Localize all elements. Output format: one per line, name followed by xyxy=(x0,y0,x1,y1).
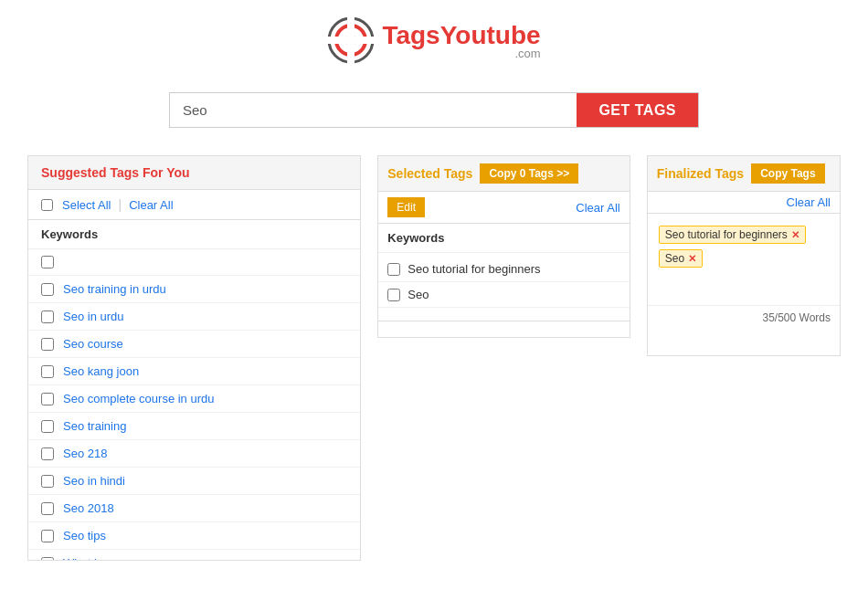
keyword-label[interactable]: Seo training xyxy=(63,419,126,433)
selected-label[interactable]: Seo xyxy=(408,288,429,301)
selected-divider xyxy=(378,321,629,321)
clear-all-suggested-button[interactable]: Clear All xyxy=(129,198,173,212)
keyword-checkbox[interactable] xyxy=(41,530,54,542)
list-item: Seo 2018 xyxy=(28,495,360,522)
selected-panel: Selected Tags Copy 0 Tags >> Edit Clear … xyxy=(377,155,630,338)
select-all-checkbox[interactable] xyxy=(41,199,53,211)
suggested-controls: Select All | Clear All xyxy=(28,190,360,220)
list-item: What is seo xyxy=(28,550,360,560)
keyword-checkbox[interactable] xyxy=(41,283,54,296)
selected-header: Selected Tags Copy 0 Tags >> xyxy=(378,156,629,192)
logo-brand: TagsYoutube xyxy=(382,21,540,49)
tag-chip: Seo ✕ xyxy=(659,249,703,268)
tag-chip-label: Seo xyxy=(665,252,684,265)
selected-checkbox[interactable] xyxy=(387,263,400,276)
list-item: Seo training xyxy=(28,413,360,440)
list-item: Seo in hindi xyxy=(28,468,360,495)
finalized-title: Finalized Tags xyxy=(657,166,744,181)
list-item: Seo in urdu xyxy=(28,303,360,331)
keyword-label[interactable]: Seo tips xyxy=(63,529,106,542)
suggested-panel: Suggested Tags For You Select All | Clea… xyxy=(27,155,361,561)
keyword-checkbox[interactable] xyxy=(41,447,54,460)
logo-wrap: TagsYoutube .com xyxy=(327,16,540,64)
remove-tag-icon[interactable]: ✕ xyxy=(791,229,799,241)
keyword-label[interactable]: Seo in urdu xyxy=(63,310,124,323)
keyword-label[interactable]: Seo course xyxy=(63,337,123,351)
keyword-checkbox[interactable] xyxy=(41,256,54,268)
remove-tag-icon[interactable]: ✕ xyxy=(688,253,696,265)
svg-rect-4 xyxy=(347,16,355,64)
selected-label[interactable]: Seo tutorial for beginners xyxy=(408,262,540,276)
search-section: GET TAGS xyxy=(0,76,868,155)
keyword-label[interactable]: Seo in hindi xyxy=(63,474,125,488)
keyword-checkbox[interactable] xyxy=(41,502,54,515)
keyword-label[interactable]: Seo 2018 xyxy=(63,501,114,515)
list-item: Seo tutorial for beginners xyxy=(378,257,629,282)
list-item: Seo xyxy=(378,282,629,308)
list-item: Seo tips xyxy=(28,522,360,550)
search-wrap: GET TAGS xyxy=(169,92,699,128)
keyword-label[interactable]: Seo complete course in urdu xyxy=(63,392,214,405)
keyword-checkbox[interactable] xyxy=(41,475,54,488)
header: TagsYoutube .com xyxy=(0,0,868,76)
edit-button[interactable]: Edit xyxy=(387,197,425,217)
logo-text: TagsYoutube xyxy=(382,21,540,50)
keyword-checkbox[interactable] xyxy=(41,420,54,433)
word-count: 35/500 Words xyxy=(648,305,840,330)
selected-checkbox[interactable] xyxy=(387,289,400,301)
keyword-label[interactable]: Seo training in urdu xyxy=(63,282,166,296)
list-item: Seo 218 xyxy=(28,440,360,468)
suggested-title: Suggested Tags For You xyxy=(41,165,190,180)
list-item: Seo complete course in urdu xyxy=(28,385,360,413)
keyword-checkbox[interactable] xyxy=(41,393,54,405)
get-tags-button[interactable]: GET TAGS xyxy=(577,93,698,127)
copy-tags-button[interactable]: Copy 0 Tags >> xyxy=(480,163,578,184)
finalized-panel: Finalized Tags Copy Tags Clear All Seo t… xyxy=(647,155,841,356)
tag-chip: Seo tutorial for beginners ✕ xyxy=(659,226,806,244)
list-item: Seo course xyxy=(28,331,360,358)
selected-keywords-header: Keywords xyxy=(378,224,629,253)
main-columns: Suggested Tags For You Select All | Clea… xyxy=(0,155,868,561)
logo-text-wrap: TagsYoutube .com xyxy=(382,21,540,60)
logo-icon xyxy=(327,16,375,64)
clear-all-finalized-button[interactable]: Clear All xyxy=(787,195,831,209)
finalized-controls: Clear All xyxy=(648,192,840,214)
finalized-body: Seo tutorial for beginners ✕ Seo ✕ xyxy=(648,214,840,305)
suggested-keywords-header: Keywords xyxy=(28,220,360,249)
list-item: Seo training in urdu xyxy=(28,276,360,303)
suggested-keywords-list: Seo training in urdu Seo in urdu Seo cou… xyxy=(28,249,360,560)
selected-subheader: Edit Clear All xyxy=(378,192,629,224)
keyword-checkbox[interactable] xyxy=(41,311,54,323)
suggested-header: Suggested Tags For You xyxy=(28,156,360,190)
selected-title: Selected Tags xyxy=(387,166,472,181)
selected-items-list: Seo tutorial for beginners Seo xyxy=(378,253,629,311)
keyword-label[interactable]: Seo kang joon xyxy=(63,364,139,378)
list-item: Seo kang joon xyxy=(28,358,360,385)
copy-finalized-button[interactable]: Copy Tags xyxy=(751,163,824,184)
select-all-button[interactable]: Select All xyxy=(62,198,111,212)
clear-all-selected-button[interactable]: Clear All xyxy=(576,197,619,217)
search-input[interactable] xyxy=(170,93,577,127)
keyword-checkbox[interactable] xyxy=(41,338,54,351)
list-item xyxy=(28,249,360,276)
keyword-checkbox[interactable] xyxy=(41,557,54,561)
keyword-checkbox[interactable] xyxy=(41,365,54,378)
keyword-label[interactable]: What is seo xyxy=(63,556,125,560)
keyword-label[interactable]: Seo 218 xyxy=(63,447,107,460)
finalized-header: Finalized Tags Copy Tags xyxy=(648,156,840,192)
tag-chip-label: Seo tutorial for beginners xyxy=(665,228,788,241)
